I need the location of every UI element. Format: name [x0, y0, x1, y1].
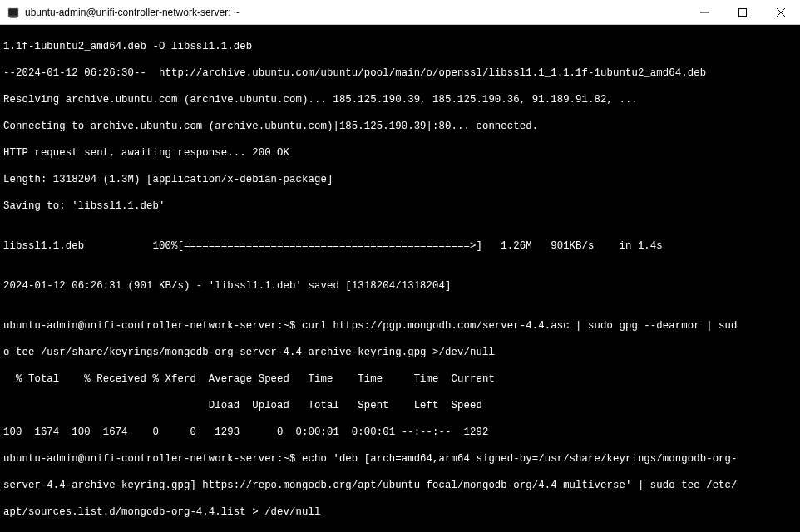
window-title: ubuntu-admin@unifi-controller-network-se… — [25, 7, 685, 18]
terminal-line: Resolving archive.ubuntu.com (archive.ub… — [3, 93, 797, 106]
terminal-line: server-4.4-archive-keyring.gpg] https://… — [3, 479, 797, 492]
terminal-line: o tee /usr/share/keyrings/mongodb-org-se… — [3, 346, 797, 359]
window-controls — [685, 0, 800, 24]
window-titlebar: ubuntu-admin@unifi-controller-network-se… — [0, 0, 800, 25]
terminal-line: apt/sources.list.d/mongodb-org-4.4.list … — [3, 505, 797, 519]
svg-rect-3 — [10, 17, 17, 18]
terminal-line: Dload Upload Total Spent Left Speed — [3, 399, 797, 412]
app-icon — [7, 6, 20, 19]
svg-rect-1 — [9, 9, 17, 15]
maximize-button[interactable] — [723, 0, 762, 24]
terminal-line: libssl1.1.deb 100%[=====================… — [3, 239, 797, 253]
svg-rect-2 — [12, 17, 15, 17]
terminal-line: 2024-01-12 06:26:31 (901 KB/s) - 'libssl… — [3, 279, 797, 293]
terminal-output[interactable]: 1.1f-1ubuntu2_amd64.deb -O libssl1.1.deb… — [0, 25, 800, 532]
terminal-line: 1.1f-1ubuntu2_amd64.deb -O libssl1.1.deb — [3, 40, 797, 53]
terminal-line: Saving to: 'libssl1.1.deb' — [3, 200, 797, 213]
terminal-line: % Total % Received % Xferd Average Speed… — [3, 372, 797, 386]
minimize-button[interactable] — [685, 0, 723, 24]
close-button[interactable] — [762, 0, 800, 24]
terminal-line: HTTP request sent, awaiting response... … — [3, 146, 797, 160]
terminal-line: Connecting to archive.ubuntu.com (archiv… — [3, 120, 797, 133]
terminal-line: ubuntu-admin@unifi-controller-network-se… — [3, 319, 797, 332]
terminal-line: ubuntu-admin@unifi-controller-network-se… — [3, 452, 797, 466]
svg-rect-5 — [739, 8, 747, 16]
terminal-line: Length: 1318204 (1.3M) [application/x-de… — [3, 173, 797, 186]
terminal-line: --2024-01-12 06:26:30-- http://archive.u… — [3, 66, 797, 80]
terminal-line: 100 1674 100 1674 0 0 1293 0 0:00:01 0:0… — [3, 426, 797, 439]
